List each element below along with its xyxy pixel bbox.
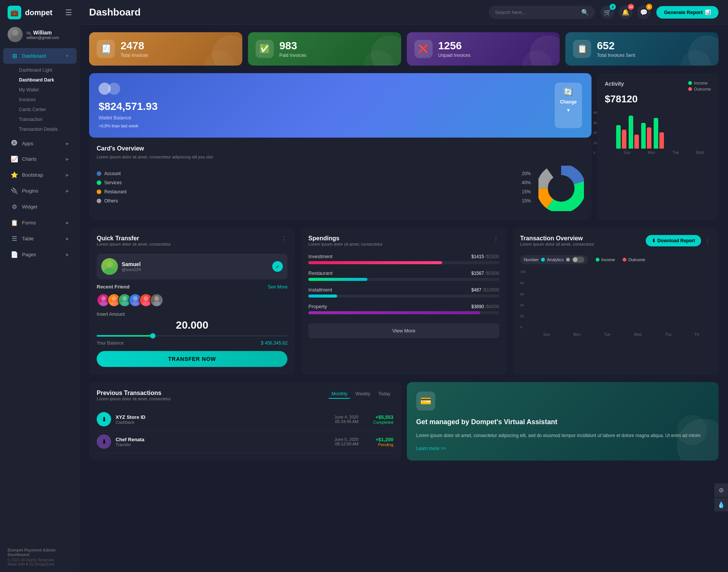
sub-item-invoices[interactable]: Invoices <box>15 95 80 105</box>
sidebar-item-dashboard[interactable]: ⊞ Dashboard ▼ <box>3 48 77 64</box>
generate-report-button[interactable]: Generate Report 📊 <box>656 6 719 19</box>
analytics-label: Analytics <box>547 257 564 262</box>
analytics-toggle-switch[interactable] <box>572 257 584 263</box>
table-row: ⬇ Chef Renata Transfer June 5, 2020 08:1… <box>97 431 394 453</box>
wallet-change-button[interactable]: 🔄 Change ▼ <box>555 83 582 128</box>
tx-icon-chef: ⬇ <box>97 434 111 449</box>
spending-amount-investment: $1415 <box>471 254 484 259</box>
tab-weekly[interactable]: Weekly <box>352 390 373 399</box>
income-label: Income <box>694 81 708 85</box>
wallet-change: +0,8% than last week <box>99 124 549 128</box>
widget-icon: ⚙ <box>11 203 18 210</box>
sidebar-label-forms: Forms <box>22 220 62 226</box>
legend-pct-others: 15% <box>522 198 531 204</box>
donut-chart <box>538 166 584 212</box>
contact-card: Samuel @sum224 ✓ <box>97 254 287 279</box>
wallet-label: Wallet Balance <box>99 115 549 121</box>
legend-dot-restaurant <box>97 190 101 194</box>
bottom-row: Quick Transfer Lorem ipsum dolor sit ame… <box>89 227 719 375</box>
tab-today[interactable]: Today <box>375 390 393 399</box>
prev-tx-title: Previous Transactions <box>97 390 171 396</box>
sidebar-item-apps[interactable]: 🅐 Apps ▶ <box>3 136 77 151</box>
svg-point-8 <box>104 268 115 275</box>
svg-point-13 <box>122 296 127 301</box>
contact-avatar <box>101 258 118 275</box>
outcome-label: Outcome <box>694 87 711 91</box>
sidebar-item-pages[interactable]: 📄 Pages ▶ <box>3 247 77 262</box>
legend-dot-services <box>97 180 101 185</box>
income-legend: Income <box>596 257 615 262</box>
see-all-link[interactable]: See More <box>268 284 287 290</box>
change-label: Change <box>560 99 577 105</box>
cards-overview-title: Card's Overview <box>97 145 584 152</box>
total-invoices-icon: 🧾 <box>97 40 115 58</box>
quick-transfer-menu-icon[interactable]: ⋮ <box>281 235 287 243</box>
recent-friends-label: Recent Friend <box>97 284 130 290</box>
logo-icon: 💼 <box>8 6 21 19</box>
bar-outcome-sun <box>546 312 559 331</box>
download-icon: ⬇ <box>652 238 656 243</box>
bar-income-tue <box>592 297 605 331</box>
tab-monthly[interactable]: Monthly <box>328 390 350 399</box>
spending-name-installment: Installment <box>308 287 332 293</box>
sidebar-item-table[interactable]: ☰ Table ▶ <box>3 231 77 246</box>
download-report-button[interactable]: ⬇ Download Report <box>646 235 701 246</box>
sub-item-transaction-details[interactable]: Transaction Details <box>15 124 80 134</box>
refresh-icon: 🔄 <box>563 87 573 96</box>
plugins-icon: 🔌 <box>11 187 18 194</box>
bootstrap-icon: ⭐ <box>11 171 18 179</box>
bar-income-thu <box>653 279 666 331</box>
search-box: 🔍 <box>489 6 595 19</box>
sidebar-item-widget[interactable]: ⚙ Widget <box>3 199 77 215</box>
sub-item-dashboard-dark[interactable]: Dashboard Dark <box>15 75 80 85</box>
spending-amount-property: $3890 <box>471 304 484 309</box>
sent-invoices-label: Total Invoices Sent <box>597 53 635 58</box>
cart-button[interactable]: 🛒2 <box>601 5 614 19</box>
sub-item-transaction[interactable]: Transaction <box>15 114 80 124</box>
friend-avatar-6[interactable] <box>150 293 163 307</box>
sidebar-item-bootstrap[interactable]: ⭐ Bootstrap ▶ <box>3 167 77 183</box>
transfer-now-button[interactable]: TRANSFER NOW <box>97 351 287 367</box>
float-water-button[interactable]: 💧 <box>714 498 728 511</box>
view-more-button[interactable]: View More <box>308 323 499 338</box>
avatar <box>8 27 23 42</box>
hamburger-icon[interactable]: ☰ <box>65 8 72 17</box>
insert-amount-label: Insert Amount <box>97 312 287 317</box>
unpaid-invoices-value: 1256 <box>438 40 471 52</box>
contact-check-icon: ✓ <box>272 261 283 272</box>
to-income-dot <box>596 258 599 262</box>
bar-outcome-tue <box>607 303 620 331</box>
spendings-card: Spendings Lorem ipsum dolor sit amet, co… <box>301 227 507 375</box>
sub-item-cards-center[interactable]: Cards Center <box>15 105 80 114</box>
pages-icon: 📄 <box>11 251 18 258</box>
sidebar-label-table: Table <box>22 236 62 241</box>
bar-income-wed <box>654 118 658 149</box>
float-gear-button[interactable]: ⚙ <box>714 483 728 497</box>
legend-name-restaurant: Restaurant <box>104 189 519 194</box>
stat-card-unpaid-invoices: ❌ 1256 Unpaid Invoices <box>407 32 560 66</box>
sub-item-dashboard-light[interactable]: Dashboard Light <box>15 65 80 75</box>
legend-pct-account: 20% <box>522 171 531 176</box>
spending-item-restaurant: Restaurant $1567 /$5000 <box>308 270 499 281</box>
to-menu-icon[interactable]: ⋮ <box>704 237 711 245</box>
sidebar-item-plugins[interactable]: 🔌 Plugins ▶ <box>3 183 77 199</box>
va-learn-more-link[interactable]: Learn more >> <box>416 446 709 451</box>
spendings-menu-icon[interactable]: ⋮ <box>493 235 499 243</box>
to-bar-chart <box>532 270 711 331</box>
sub-item-my-wallet[interactable]: My Wallet <box>15 85 80 95</box>
bell-badge: 12 <box>628 4 634 10</box>
sidebar-item-forms[interactable]: 📋 Forms ▶ <box>3 215 77 230</box>
sidebar-item-charts[interactable]: 📈 Charts ▶ <box>3 151 77 167</box>
chat-button[interactable]: 💬5 <box>637 5 651 19</box>
logo-text: dompet <box>25 8 52 17</box>
search-input[interactable] <box>495 9 578 15</box>
outcome-dot <box>688 87 692 91</box>
amount-display: 20.000 <box>97 319 287 331</box>
mid-row: $824,571.93 Wallet Balance +0,8% than la… <box>89 73 719 220</box>
wallet-balance: $824,571.93 <box>99 100 549 113</box>
topbar: Dashboard 🔍 🛒2 🔔12 💬5 Generate Report 📊 <box>80 0 728 25</box>
user-profile: Hi, William william@gmail.com <box>0 21 80 48</box>
amount-slider[interactable] <box>97 335 287 337</box>
bell-button[interactable]: 🔔12 <box>619 5 632 19</box>
sidebar-sub-dashboard: Dashboard Light Dashboard Dark My Wallet… <box>0 64 80 135</box>
